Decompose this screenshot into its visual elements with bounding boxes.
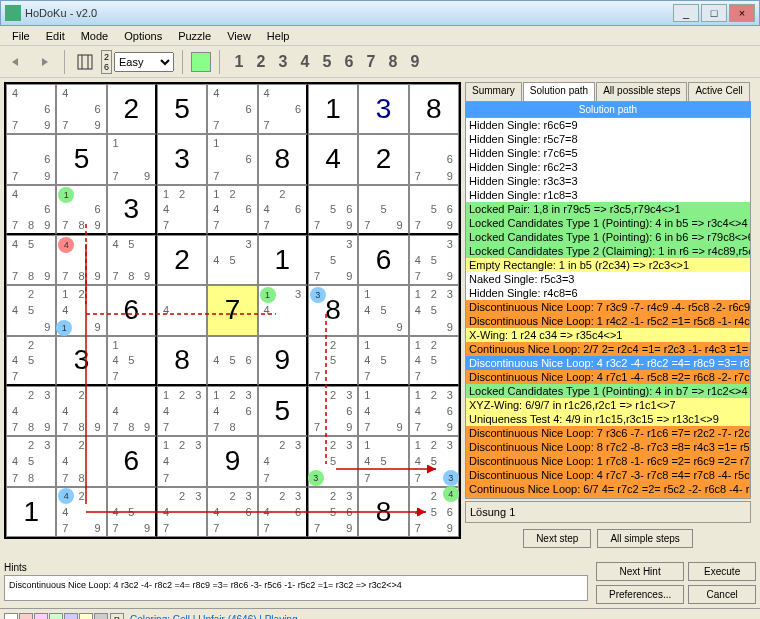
solution-step[interactable]: Discontinuous Nice Loop: 7 r3c9 -7- r4c9…	[466, 300, 750, 314]
cell-r5c5[interactable]: 7	[207, 285, 257, 335]
solution-step[interactable]: Hidden Single: r6c6=9	[466, 118, 750, 132]
color-swatch[interactable]	[4, 613, 18, 620]
cell-r2c9[interactable]: 679	[409, 134, 459, 184]
cell-r5c4[interactable]: 4	[157, 285, 207, 335]
cell-r2c6[interactable]: 8	[258, 134, 308, 184]
color-swatch[interactable]	[49, 613, 63, 620]
solution-step[interactable]: Discontinuous Nice Loop: 6 r8c6 -6- r8c7…	[466, 496, 750, 499]
cell-r9c1[interactable]: 1	[6, 487, 56, 537]
cell-r2c7[interactable]: 4	[308, 134, 358, 184]
cell-r4c7[interactable]: 3579	[308, 235, 358, 285]
solution-step[interactable]: Locked Candidates Type 1 (Pointing): 4 i…	[466, 384, 750, 398]
tab-all-steps[interactable]: All possible steps	[596, 82, 687, 101]
cell-r8c2[interactable]: 2478	[56, 436, 106, 486]
cell-r9c4[interactable]: 2347	[157, 487, 207, 537]
solution-step[interactable]: Naked Single: r5c3=3	[466, 272, 750, 286]
cancel-button[interactable]: Cancel	[688, 585, 756, 604]
cell-r7c6[interactable]: 5	[258, 386, 308, 436]
r-swatch[interactable]: R	[110, 613, 124, 620]
cell-r8c6[interactable]: 2347	[258, 436, 308, 486]
solution-step[interactable]: Hidden Single: r1c8=3	[466, 188, 750, 202]
cell-r1c2[interactable]: 4679	[56, 84, 106, 134]
cell-r6c8[interactable]: 1457	[358, 336, 408, 386]
cell-r2c4[interactable]: 3	[157, 134, 207, 184]
cell-r2c2[interactable]: 5	[56, 134, 106, 184]
cell-r7c4[interactable]: 12347	[157, 386, 207, 436]
number-button-4[interactable]: 4	[294, 50, 316, 74]
losung-tab[interactable]: Lösung 1	[465, 501, 751, 523]
cell-r9c5[interactable]: 23467	[207, 487, 257, 537]
cell-r5c1[interactable]: 2459	[6, 285, 56, 335]
cell-r1c5[interactable]: 467	[207, 84, 257, 134]
solution-step[interactable]: Hidden Single: r6c2=3	[466, 160, 750, 174]
color-swatch[interactable]	[34, 613, 48, 620]
number-button-8[interactable]: 8	[382, 50, 404, 74]
color-swatch[interactable]	[79, 613, 93, 620]
cell-r7c2[interactable]: 24789	[56, 386, 106, 436]
preferences-button[interactable]: Preferences...	[596, 585, 684, 604]
solution-step[interactable]: Discontinuous Nice Loop: 4 r7c1 -4- r5c8…	[466, 370, 750, 384]
color-indicator[interactable]	[191, 52, 211, 72]
solution-step[interactable]: Discontinuous Nice Loop: 1 r4c2 -1- r5c2…	[466, 314, 750, 328]
cell-r8c3[interactable]: 6	[107, 436, 157, 486]
cell-r4c4[interactable]: 2	[157, 235, 207, 285]
tab-summary[interactable]: Summary	[465, 82, 522, 101]
color-swatch[interactable]	[64, 613, 78, 620]
redo-button[interactable]	[32, 50, 56, 74]
cell-r4c1[interactable]: 45789	[6, 235, 56, 285]
solution-step[interactable]: Locked Candidates Type 1 (Pointing): 4 i…	[466, 216, 750, 230]
cell-r4c6[interactable]: 1	[258, 235, 308, 285]
menu-file[interactable]: File	[4, 28, 38, 43]
cell-r2c8[interactable]: 2	[358, 134, 408, 184]
difficulty-selector[interactable]: 26 Easy	[101, 50, 174, 74]
solution-step[interactable]: Discontinuous Nice Loop: 4 r7c7 -3- r7c8…	[466, 468, 750, 482]
number-button-6[interactable]: 6	[338, 50, 360, 74]
number-button-7[interactable]: 7	[360, 50, 382, 74]
color-swatch[interactable]	[94, 613, 108, 620]
cell-r1c7[interactable]: 1	[308, 84, 358, 134]
cell-r2c5[interactable]: 167	[207, 134, 257, 184]
cell-r5c3[interactable]: 6	[107, 285, 157, 335]
solution-step[interactable]: Hidden Single: r7c6=5	[466, 146, 750, 160]
solution-step[interactable]: Discontinuous Nice Loop: 7 r3c6 -7- r1c6…	[466, 426, 750, 440]
cell-r7c3[interactable]: 4789	[107, 386, 157, 436]
cell-r6c9[interactable]: 12457	[409, 336, 459, 386]
cell-r2c3[interactable]: 179	[107, 134, 157, 184]
cell-r4c8[interactable]: 6	[358, 235, 408, 285]
cell-r1c8[interactable]: 3	[358, 84, 408, 134]
solution-step[interactable]: Hidden Single: r4c8=6	[466, 286, 750, 300]
sudoku-grid[interactable]: 4679467925467467138679517931678426794678…	[4, 82, 461, 539]
solution-step[interactable]: Hidden Single: r5c7=8	[466, 132, 750, 146]
cell-r5c9[interactable]: 123459	[409, 285, 459, 335]
difficulty-select[interactable]: Easy	[114, 52, 174, 72]
solution-step[interactable]: Locked Pair: 1,8 in r79c5 => r3c5,r79c4<…	[466, 202, 750, 216]
tab-solution-path[interactable]: Solution path	[523, 82, 595, 101]
solution-step[interactable]: Continuous Nice Loop: 2/7 2= r2c4 =1= r2…	[466, 342, 750, 356]
cell-r6c6[interactable]: 9	[258, 336, 308, 386]
cell-r8c5[interactable]: 9	[207, 436, 257, 486]
cell-r9c8[interactable]: 8	[358, 487, 408, 537]
cell-r6c2[interactable]: 3	[56, 336, 106, 386]
cell-r7c5[interactable]: 1234678	[207, 386, 257, 436]
solution-step[interactable]: XYZ-Wing: 6/9/7 in r1c26,r2c1 => r1c1<>7	[466, 398, 750, 412]
next-hint-button[interactable]: Next Hint	[596, 562, 684, 581]
next-step-button[interactable]: Next step	[523, 529, 591, 548]
cell-r6c5[interactable]: 456	[207, 336, 257, 386]
solution-step[interactable]: X-Wing: 1 r24 c34 => r35c4<>1	[466, 328, 750, 342]
cell-r7c9[interactable]: 1234679	[409, 386, 459, 436]
cell-r3c7[interactable]: 5679	[308, 185, 358, 235]
cell-r1c3[interactable]: 2	[107, 84, 157, 134]
undo-button[interactable]	[4, 50, 28, 74]
menu-mode[interactable]: Mode	[73, 28, 117, 43]
cell-r3c6[interactable]: 2467	[258, 185, 308, 235]
cell-r4c9[interactable]: 34579	[409, 235, 459, 285]
cell-r6c4[interactable]: 8	[157, 336, 207, 386]
minimize-button[interactable]: _	[673, 4, 699, 22]
menu-options[interactable]: Options	[116, 28, 170, 43]
close-button[interactable]: ×	[729, 4, 755, 22]
solution-step[interactable]: Locked Candidates Type 2 (Claiming): 1 i…	[466, 244, 750, 258]
cell-r3c1[interactable]: 46789	[6, 185, 56, 235]
maximize-button[interactable]: □	[701, 4, 727, 22]
cell-r4c5[interactable]: 345	[207, 235, 257, 285]
number-button-9[interactable]: 9	[404, 50, 426, 74]
